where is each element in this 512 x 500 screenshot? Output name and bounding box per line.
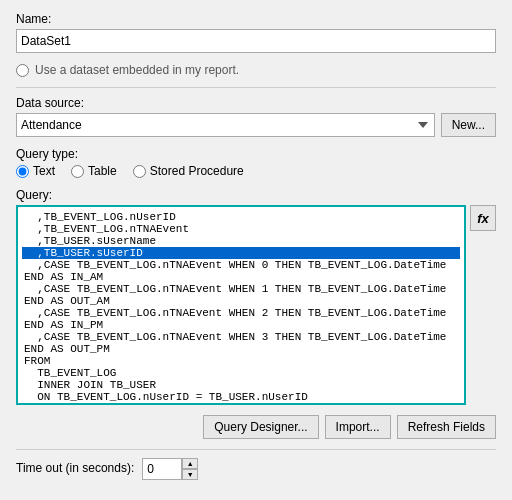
datasource-label: Data source: [16, 96, 496, 110]
timeout-spin-down[interactable]: ▼ [182, 469, 198, 480]
datasource-group: Data source: Attendance New... [16, 96, 496, 137]
query-type-stored-radio[interactable] [133, 165, 146, 178]
timeout-row: Time out (in seconds): ▲ ▼ [16, 458, 496, 480]
timeout-spin-up[interactable]: ▲ [182, 458, 198, 469]
query-type-text-radio[interactable] [16, 165, 29, 178]
query-type-stored-label: Stored Procedure [150, 164, 244, 178]
embedded-label: Use a dataset embedded in my report. [35, 63, 239, 77]
query-label: Query: [16, 188, 496, 202]
query-type-table-label: Table [88, 164, 117, 178]
separator-2 [16, 449, 496, 450]
name-label: Name: [16, 12, 496, 26]
query-type-stored-option: Stored Procedure [133, 164, 244, 178]
name-group: Name: [16, 12, 496, 53]
query-designer-button[interactable]: Query Designer... [203, 415, 318, 439]
timeout-label: Time out (in seconds): [16, 461, 134, 475]
refresh-fields-button[interactable]: Refresh Fields [397, 415, 496, 439]
query-area-wrapper: ,TB_EVENT_LOG.nUserID ,TB_EVENT_LOG.nTNA… [16, 205, 496, 405]
embedded-radio[interactable] [16, 64, 29, 77]
query-group: Query: ,TB_EVENT_LOG.nUserID ,TB_EVENT_L… [16, 188, 496, 405]
separator-1 [16, 87, 496, 88]
query-type-group: Query type: Text Table Stored Procedure [16, 147, 496, 178]
query-type-label: Query type: [16, 147, 496, 161]
query-display: ,TB_EVENT_LOG.nUserID ,TB_EVENT_LOG.nTNA… [16, 205, 466, 405]
embedded-row: Use a dataset embedded in my report. [16, 63, 496, 77]
query-type-text-option: Text [16, 164, 55, 178]
datasource-row: Attendance New... [16, 113, 496, 137]
action-buttons-row: Query Designer... Import... Refresh Fiel… [16, 415, 496, 439]
timeout-input[interactable] [142, 458, 182, 480]
query-type-table-option: Table [71, 164, 117, 178]
import-button[interactable]: Import... [325, 415, 391, 439]
dialog-container: Name: Use a dataset embedded in my repor… [0, 0, 512, 492]
query-type-options-row: Text Table Stored Procedure [16, 164, 496, 178]
timeout-spinner: ▲ ▼ [182, 458, 198, 480]
fx-button[interactable]: fx [470, 205, 496, 231]
datasource-select[interactable]: Attendance [16, 113, 435, 137]
query-type-text-label: Text [33, 164, 55, 178]
timeout-input-group: ▲ ▼ [142, 458, 198, 480]
name-input[interactable] [16, 29, 496, 53]
new-button[interactable]: New... [441, 113, 496, 137]
query-type-table-radio[interactable] [71, 165, 84, 178]
